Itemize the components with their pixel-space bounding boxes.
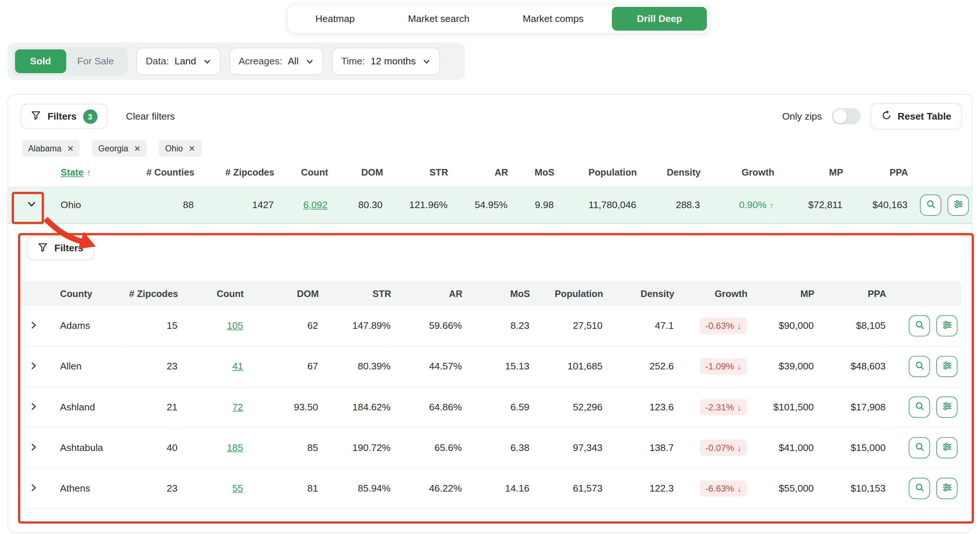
column-header-ppa[interactable]: PPA	[815, 281, 886, 306]
remove-chip-icon[interactable]: ✕	[67, 145, 74, 153]
column-header-zipcodes[interactable]: # Zipcodes	[194, 167, 275, 187]
zoom-row-button[interactable]	[909, 397, 930, 418]
sold-toggle-button[interactable]: Sold	[15, 49, 66, 73]
chevron-down-icon	[26, 199, 37, 211]
expand-row-button[interactable]	[19, 400, 49, 414]
refresh-icon	[881, 110, 892, 123]
column-header-growth[interactable]: Growth	[675, 281, 748, 306]
for-sale-toggle-button[interactable]: For Sale	[66, 49, 126, 73]
column-header-mos[interactable]: MoS	[508, 167, 555, 187]
cell-ar: 64.86%	[391, 387, 462, 427]
column-header-mp[interactable]: MP	[774, 167, 843, 187]
column-header-growth[interactable]: Growth	[701, 167, 775, 187]
collapse-row-button[interactable]	[9, 198, 54, 212]
row-filter-settings-button[interactable]	[936, 315, 957, 336]
row-filter-settings-button[interactable]	[947, 194, 969, 216]
expand-row-button[interactable]	[19, 319, 49, 333]
row-filter-settings-button[interactable]	[936, 437, 957, 458]
acreages-dropdown[interactable]: Acreages: All	[229, 48, 323, 75]
remove-chip-icon[interactable]: ✕	[189, 145, 196, 153]
column-header-dom[interactable]: DOM	[328, 167, 383, 187]
state-table-body: Ohio 88 1427 6,092 80.30 121.96% 54.95% …	[8, 187, 972, 223]
column-header-counties[interactable]: # Counties	[128, 167, 194, 187]
column-header-density[interactable]: Density	[603, 281, 675, 306]
count-link[interactable]: 6,092	[303, 199, 328, 210]
sliders-icon	[942, 442, 952, 454]
cell-mos: 6.59	[462, 387, 530, 427]
column-header-str[interactable]: STR	[383, 167, 448, 187]
expand-row-button[interactable]	[19, 441, 49, 454]
column-header-zipcodes[interactable]: # Zipcodes	[124, 281, 178, 306]
count-link[interactable]: 185	[227, 442, 243, 453]
growth-badge: -6.63%↓	[700, 480, 747, 496]
magnifier-icon	[914, 320, 925, 332]
column-header-density[interactable]: Density	[637, 167, 700, 187]
sort-asc-icon: ↑	[87, 167, 91, 177]
data-type-dropdown[interactable]: Data: Land	[136, 48, 220, 75]
count-link[interactable]: 41	[232, 361, 243, 371]
growth-arrow-icon: ↓	[737, 484, 741, 493]
cell-zipcodes: 40	[124, 427, 178, 468]
zoom-row-button[interactable]	[909, 315, 930, 336]
column-header-mos[interactable]: MoS	[462, 281, 530, 306]
count-link[interactable]: 72	[232, 402, 243, 412]
expand-row-button[interactable]	[19, 482, 49, 495]
column-header-state[interactable]: State ↑	[60, 167, 91, 178]
tab-heatmap[interactable]: Heatmap	[291, 7, 379, 31]
cell-str: 190.72%	[319, 427, 391, 468]
expander-header	[18, 281, 49, 306]
tab-drill-deep[interactable]: Drill Deep	[612, 7, 706, 31]
state-table: State ↑ # Counties # Zipcodes Count DOM …	[8, 167, 972, 224]
row-filter-settings-button[interactable]	[936, 356, 957, 377]
column-header-count[interactable]: Count	[275, 167, 328, 187]
tab-market-comps[interactable]: Market comps	[498, 7, 608, 31]
cell-ar: 59.66%	[391, 306, 462, 346]
cell-dom: 85	[244, 427, 319, 468]
column-header-count[interactable]: Count	[178, 281, 244, 306]
only-zips-label: Only zips	[782, 111, 822, 122]
reset-table-button[interactable]: Reset Table	[871, 103, 962, 129]
cell-counties: 88	[128, 187, 194, 223]
filters-count-badge: 3	[83, 109, 97, 123]
sold-forsale-toggle: Sold For Sale	[13, 47, 127, 76]
time-range-dropdown[interactable]: Time: 12 months	[332, 48, 441, 75]
row-filter-settings-button[interactable]	[936, 397, 957, 418]
column-header-ppa[interactable]: PPA	[843, 167, 908, 187]
expand-row-button[interactable]	[19, 360, 49, 373]
funnel-icon	[31, 110, 41, 123]
column-header-population[interactable]: Population	[555, 167, 637, 187]
zoom-row-button[interactable]	[909, 437, 930, 458]
growth-badge: 0.90%↑	[739, 199, 774, 211]
county-filters-button[interactable]: Filters	[27, 236, 94, 260]
top-tabbar: Heatmap Market search Market comps Drill…	[288, 5, 710, 33]
zoom-row-button[interactable]	[909, 356, 930, 377]
clear-filters-button[interactable]: Clear filters	[126, 111, 175, 122]
magnifier-icon	[914, 442, 925, 454]
count-link[interactable]: 105	[227, 320, 243, 331]
only-zips-toggle[interactable]	[832, 108, 861, 124]
cell-mos: 6.38	[462, 427, 530, 468]
row-filter-settings-button[interactable]	[936, 478, 957, 499]
chevron-right-icon	[29, 483, 39, 494]
dropdown-value: Land	[174, 56, 196, 67]
column-header-dom[interactable]: DOM	[244, 281, 319, 306]
cell-ar: 54.95%	[448, 187, 508, 223]
column-header-population[interactable]: Population	[530, 281, 603, 306]
column-header-ar[interactable]: AR	[448, 167, 508, 187]
tab-market-search[interactable]: Market search	[383, 7, 494, 31]
cell-county: Ashtabula	[49, 427, 124, 468]
column-header-mp[interactable]: MP	[748, 281, 815, 306]
zoom-row-button[interactable]	[920, 194, 941, 216]
column-header-ar[interactable]: AR	[391, 281, 462, 306]
count-link[interactable]: 55	[232, 483, 243, 493]
cell-mos: 15.13	[462, 346, 530, 387]
zoom-row-button[interactable]	[909, 478, 930, 499]
column-header-str[interactable]: STR	[319, 281, 391, 306]
cell-mp: $39,000	[748, 346, 815, 387]
cell-density: 123.6	[603, 387, 675, 427]
cell-zipcodes: 23	[124, 468, 178, 509]
filters-button[interactable]: Filters 3	[21, 104, 107, 129]
growth-arrow-icon: ↑	[770, 201, 774, 210]
remove-chip-icon[interactable]: ✕	[134, 145, 141, 153]
column-header-county[interactable]: County	[49, 281, 124, 306]
